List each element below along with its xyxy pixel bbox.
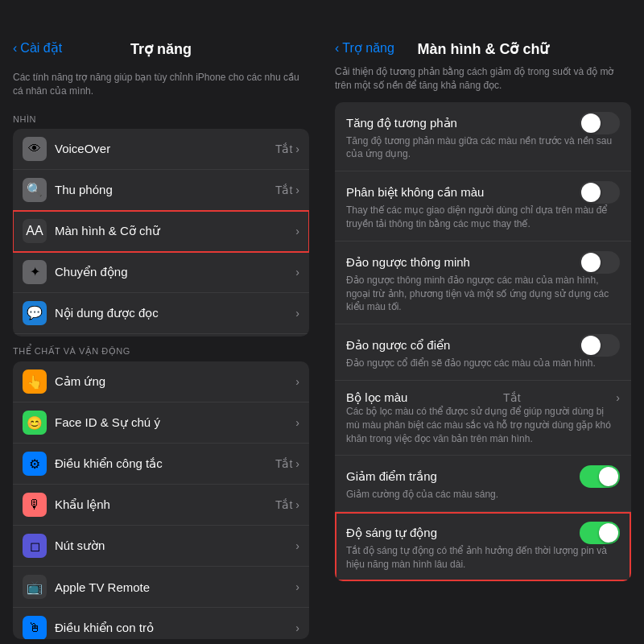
right-row-top-0: Tăng độ tương phản [346,112,620,134]
row-label-nhin-1: Thu phóng [55,183,275,196]
right-value-4: Tắt [503,391,520,404]
left-title: Trợ năng [130,40,192,58]
row-value-nhin-0: Tắt [275,142,292,155]
row-icon-0: 👁 [23,137,47,161]
nhin-group: 👁VoiceOverTắt›🔍Thu phóngTắt›AAMàn hình &… [13,129,309,336]
right-row-5[interactable]: Giảm điểm trắngGiảm cường độ của các màu… [335,456,631,512]
row-icon-4: 💬 [23,301,47,325]
right-top-desc: Cải thiện độ tương phản bằng cách giảm đ… [322,62,644,101]
chevron-icon-nhin-2: › [295,225,299,237]
row-icon-thechat-3: 🎙 [23,493,47,517]
row-label-nhin-2: Màn hình & Cỡ chữ [55,224,295,238]
right-row-label-6: Độ sáng tự động [346,526,437,540]
back-button-left[interactable]: ‹ Cài đặt [13,40,62,56]
right-row-top-5: Giảm điểm trắng [346,465,620,488]
row-label-thechat-0: Cảm ứng [55,374,295,389]
left-panel: ‹ Cài đặt Trợ năng Các tính năng trợ năn… [0,0,322,644]
toggle-2[interactable] [580,251,620,274]
left-row-thechat-5[interactable]: 📺Apple TV Remote› [13,567,309,608]
row-label-thechat-2: Điều khiển công tắc [55,456,275,471]
right-row-3[interactable]: Đảo ngược cổ điểnĐảo ngược cổ điển sẽ đả… [335,324,631,381]
right-row-top-1: Phân biệt không cần màu [346,181,620,204]
left-row-nhin-0[interactable]: 👁VoiceOverTắt› [13,129,309,170]
left-row-thechat-1[interactable]: 😊Face ID & Sự chú ý› [13,402,309,444]
row-icon-2: AA [23,219,47,243]
row-icon-1: 🔍 [23,178,47,202]
right-row-1[interactable]: Phân biệt không cần màuThay thế các mục … [335,171,631,242]
right-row-desc-6: Tắt độ sáng tự động có thể ảnh hưởng đến… [346,544,620,572]
left-row-nhin-3[interactable]: ✦Chuyển động› [13,252,309,293]
right-row-0[interactable]: Tăng độ tương phảnTăng độ tương phản màu… [335,102,631,172]
right-header: ‹ Trợ năng Màn hình & Cỡ chữ [322,0,644,62]
chevron-left-icon: ‹ [13,41,17,56]
back-label-right: Trợ năng [342,40,394,56]
back-label-left: Cài đặt [20,40,62,56]
chevron-left-icon-right: ‹ [335,41,339,56]
left-row-nhin-1[interactable]: 🔍Thu phóngTắt› [13,170,309,211]
chevron-icon-thechat-2: › [295,457,299,470]
left-row-thechat-0[interactable]: 👆Cảm ứng› [13,361,309,402]
row-icon-thechat-6: 🖱 [23,616,47,639]
row-icon-thechat-0: 👆 [23,369,47,394]
left-row-nhin-4[interactable]: 💬Nội dung được đọc› [13,293,309,334]
right-row-6[interactable]: Độ sáng tự độngTắt độ sáng tự động có th… [335,512,631,581]
row-label-nhin-4: Nội dung được đọc [55,306,295,320]
right-row-top-2: Đảo ngược thông minh [346,251,620,274]
left-row-nhin-5[interactable]: 🔊Mô tả âm thanhTắt› [13,334,309,336]
left-row-thechat-6[interactable]: 🖱Điều khiển con trỏ› [13,608,309,639]
row-value-thechat-2: Tắt [275,457,292,470]
chevron-icon-nhin-0: › [295,142,299,155]
row-icon-thechat-1: 😊 [23,411,47,435]
back-button-right[interactable]: ‹ Trợ năng [335,40,394,56]
toggle-0[interactable] [580,112,620,134]
right-row-label-4: Bộ lọc màu [346,390,407,405]
right-row-label-3: Đảo ngược cổ điển [346,338,450,353]
row-label-thechat-3: Khẩu lệnh [55,497,275,512]
right-row-top-6: Độ sáng tự động [346,522,620,544]
right-row-desc-2: Đảo ngược thông minh đảo ngược các màu c… [346,274,620,314]
chevron-icon-thechat-1: › [295,416,299,429]
right-row-desc-4: Các bộ lọc màu có thể được sử dụng để gi… [346,405,620,445]
right-row-top-3: Đảo ngược cổ điển [346,334,620,357]
right-row-2[interactable]: Đảo ngược thông minhĐảo ngược thông minh… [335,242,631,324]
chevron-icon-thechat-3: › [295,498,299,511]
right-row-label-2: Đảo ngược thông minh [346,255,470,270]
right-row-desc-0: Tăng độ tương phản màu giữa các màu nền … [346,134,620,162]
toggle-1[interactable] [580,181,620,204]
right-row-4[interactable]: Bộ lọc màuTắt›Các bộ lọc màu có thể được… [335,381,631,456]
row-label-thechat-4: Nút sườn [55,539,295,553]
right-row-label-0: Tăng độ tương phản [346,116,457,130]
row-label-nhin-3: Chuyển động [55,265,295,279]
chevron-icon-thechat-5: › [295,580,299,593]
left-header: ‹ Cài đặt Trợ năng [0,0,322,64]
chevron-icon-nhin-3: › [295,266,299,279]
right-row-top-4: Bộ lọc màuTắt› [346,390,620,405]
row-label-thechat-6: Điều khiển con trỏ [55,621,295,635]
right-row-desc-5: Giảm cường độ của các màu sáng. [346,488,620,502]
right-row-label-5: Giảm điểm trắng [346,469,437,484]
row-label-thechat-5: Apple TV Remote [55,580,295,594]
left-row-nhin-2[interactable]: AAMàn hình & Cỡ chữ› [13,211,309,252]
toggle-3[interactable] [580,334,620,357]
right-chevron-4: › [616,391,620,404]
chevron-icon-thechat-4: › [295,539,299,552]
chevron-icon-nhin-4: › [295,307,299,320]
left-row-thechat-2[interactable]: ⚙Điều khiển công tắcTắt› [13,444,309,485]
row-value-nhin-1: Tắt [275,184,292,196]
section-label-thechat: THỂ CHẤT VÀ VẬN ĐỘNG [0,341,322,360]
row-value-thechat-3: Tắt [275,498,292,511]
row-icon-3: ✦ [23,260,47,284]
chevron-icon-nhin-1: › [295,184,299,196]
right-settings-group: Tăng độ tương phảnTăng độ tương phản màu… [335,102,631,581]
thechat-group: 👆Cảm ứng›😊Face ID & Sự chú ý›⚙Điều khiển… [13,361,309,639]
right-row-desc-1: Thay thế các mục giao diện người dùng ch… [346,204,620,231]
left-row-thechat-4[interactable]: ◻Nút sườn› [13,526,309,567]
left-row-thechat-3[interactable]: 🎙Khẩu lệnhTắt› [13,485,309,526]
left-description: Các tính năng trợ năng giúp bạn tùy chỉn… [0,64,322,109]
toggle-5[interactable] [580,465,620,488]
row-icon-thechat-5: 📺 [23,575,47,599]
chevron-icon-thechat-0: › [295,375,299,388]
toggle-6[interactable] [580,522,620,544]
right-title: Màn hình & Cỡ chữ [418,40,549,58]
right-row-label-1: Phân biệt không cần màu [346,185,484,200]
